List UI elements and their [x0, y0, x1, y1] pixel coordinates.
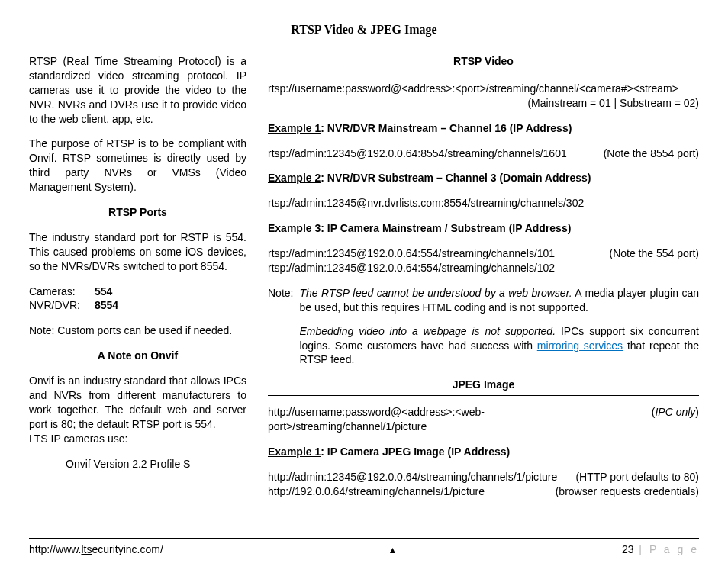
- rtsp-template: rtsp://username:password@<address>:<port…: [268, 82, 699, 96]
- ports-intro: The industry standard port for RSTP is 5…: [29, 230, 246, 274]
- content-columns: RTSP (Real Time Streaming Protocol) is a…: [29, 54, 699, 530]
- footer-url-lts: lts: [81, 543, 92, 555]
- jpeg-example-1-url-b: http://192.0.0.64/streaming/channels/1/p…: [268, 484, 540, 499]
- nav-up-icon[interactable]: ▲: [388, 545, 397, 555]
- page-title: RTSP Video & JPEG Image: [29, 23, 699, 40]
- onvif-version: Onvif Version 2.2 Profile S: [66, 457, 246, 471]
- page-sep: |: [633, 543, 649, 555]
- rtsp-video-heading-wrap: RTSP Video: [268, 54, 699, 72]
- rtsp-template-block: rtsp://username:password@<address>:<port…: [268, 82, 699, 111]
- example-2-heading: Example 2: NVR/DVR Substream – Channel 3…: [268, 171, 699, 185]
- example-3-row-a: rtsp://admin:12345@192.0.0.64:554/stream…: [268, 246, 699, 261]
- jpeg-example-1-row-a: http://admin:12345@192.0.0.64/streaming/…: [268, 470, 699, 484]
- page-number: 23: [622, 543, 634, 555]
- onvif-p1: Onvif is an industry standard that allow…: [29, 374, 246, 432]
- jpeg-example-1-row-b: http://192.0.0.64/streaming/channels/1/p…: [268, 484, 699, 499]
- footer-page: 23 | P a g e: [622, 543, 699, 555]
- example-1-title: : NVR/DVR Mainstream – Channel 16 (IP Ad…: [321, 122, 572, 134]
- note-block: Note: The RTSP feed cannot be understood…: [268, 286, 699, 367]
- example-1-label: Example 1: [268, 122, 321, 134]
- footer-url[interactable]: http://www.ltsecurityinc.com/: [29, 543, 163, 555]
- example-3-url-a: rtsp://admin:12345@192.0.0.64:554/stream…: [268, 246, 594, 261]
- intro-p2: The purpose of RTSP is to be compliant w…: [29, 137, 246, 195]
- right-column: RTSP Video rtsp://username:password@<add…: [268, 54, 699, 530]
- mirroring-services-link[interactable]: mirroring services: [537, 339, 623, 352]
- example-3-url-b: rtsp://admin:12345@192.0.0.64:554/stream…: [268, 261, 699, 275]
- jpeg-template-row: http://username:password@<address>:<web-…: [268, 405, 699, 434]
- example-2-title: : NVR/DVR Substream – Channel 3 (Domain …: [321, 172, 591, 184]
- example-3-title: : IP Camera Mainstream / Substream (IP A…: [321, 222, 571, 234]
- note-label: Note:: [268, 286, 293, 367]
- example-1-row: rtsp://admin:12345@192.0.0.64:8554/strea…: [268, 146, 699, 161]
- onvif-p2: LTS IP cameras use:: [29, 432, 246, 446]
- footer-url-prefix: http://www.: [29, 543, 81, 555]
- ports-table: Cameras: NVR/DVR: 554 8554: [29, 285, 246, 314]
- example-3-note: (Note the 554 port): [609, 246, 699, 261]
- jpeg-heading-wrap: JPEG Image: [268, 378, 699, 396]
- footer: http://www.ltsecurityinc.com/ ▲ 23 | P a…: [29, 538, 699, 555]
- footer-url-rest: ecurityinc.com/: [92, 543, 163, 555]
- jpeg-template: http://username:password@<address>:<web-…: [268, 405, 636, 434]
- left-column: RTSP (Real Time Streaming Protocol) is a…: [29, 54, 246, 530]
- example-3-heading: Example 3: IP Camera Mainstream / Substr…: [268, 221, 699, 236]
- jpeg-example-1-title: : IP Camera JPEG Image (IP Address): [321, 446, 510, 458]
- rtsp-template-note: (Mainstream = 01 | Substream = 02): [268, 96, 699, 111]
- jpeg-example-1-heading: Example 1: IP Camera JPEG Image (IP Addr…: [268, 445, 699, 459]
- jpeg-example-1-note-a: (HTTP port defaults to 80): [575, 470, 699, 484]
- jpeg-template-note-italic: IPC only: [655, 406, 695, 418]
- rtsp-video-heading: RTSP Video: [268, 54, 699, 69]
- example-2-label: Example 2: [268, 172, 321, 184]
- onvif-heading: A Note on Onvif: [29, 349, 246, 363]
- jpeg-example-1-url-a: http://admin:12345@192.0.0.64/streaming/…: [268, 470, 560, 484]
- ports-note: Note: Custom ports can be used if needed…: [29, 323, 246, 338]
- jpeg-example-1-note-b: (browser requests credentials): [556, 484, 699, 499]
- jpeg-template-note: (IPC only): [652, 405, 699, 434]
- camera-port-label: Cameras:: [29, 285, 82, 299]
- example-3-label: Example 3: [268, 222, 321, 234]
- example-2-url: rtsp://admin:12345@nvr.dvrlists.com:8554…: [268, 196, 699, 211]
- nvr-port-label: NVR/DVR:: [29, 298, 82, 313]
- intro-p1: RTSP (Real Time Streaming Protocol) is a…: [29, 54, 246, 126]
- jpeg-heading: JPEG Image: [268, 378, 699, 392]
- nvr-port-value: 8554: [95, 298, 118, 313]
- jpeg-example-1-label: Example 1: [268, 446, 321, 458]
- camera-port-value: 554: [95, 285, 118, 299]
- example-1-url: rtsp://admin:12345@192.0.0.64:8554/strea…: [268, 146, 588, 161]
- example-1-note: (Note the 8554 port): [604, 146, 699, 161]
- note-2-italic: Embedding video into a webpage is not su…: [299, 325, 556, 337]
- example-1-heading: Example 1: NVR/DVR Mainstream – Channel …: [268, 121, 699, 136]
- rtsp-ports-heading: RTSP Ports: [29, 205, 246, 220]
- page-word: P a g e: [649, 543, 699, 555]
- note-content: The RTSP feed cannot be understood by a …: [299, 286, 699, 367]
- note-1-italic: The RTSP feed cannot be understood by a …: [299, 287, 572, 299]
